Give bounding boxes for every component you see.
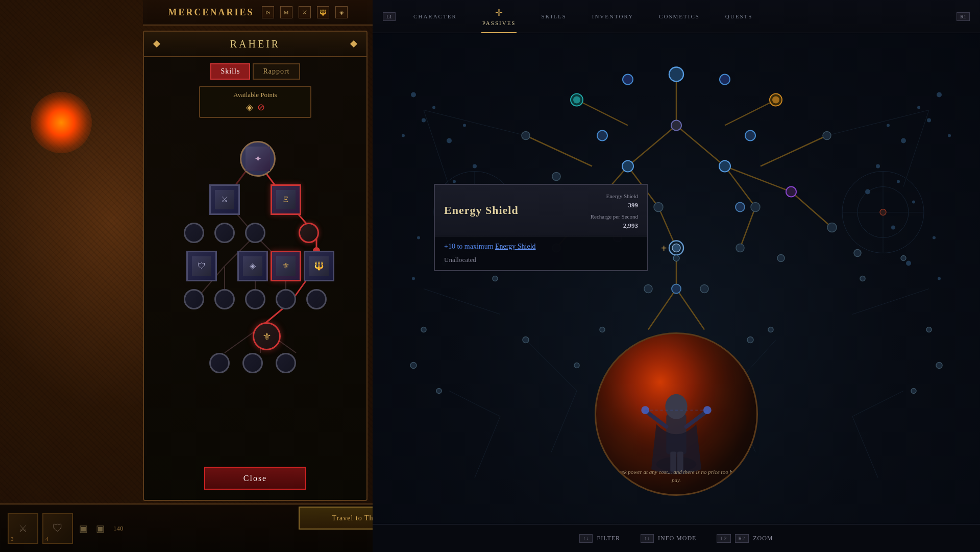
hotkey-4-icon: 🛡 <box>53 522 63 534</box>
skill-node-r5-5[interactable] <box>306 289 327 309</box>
svg-point-137 <box>436 389 442 394</box>
svg-line-26 <box>740 207 755 248</box>
skill-node-r3-4[interactable] <box>299 223 319 243</box>
skill-node-top[interactable]: ✦ <box>240 141 276 177</box>
skill-inner-2: Ξ <box>276 190 296 209</box>
svg-point-78 <box>927 118 931 123</box>
hotkey-extra2[interactable]: ▣ <box>94 513 107 544</box>
svg-line-51 <box>903 110 929 187</box>
nav-item-quests-label: QUESTS <box>725 13 753 19</box>
merc-icon-3[interactable]: ◈ <box>335 6 348 18</box>
svg-point-82 <box>876 164 880 169</box>
tab-skills[interactable]: Skills <box>210 63 250 80</box>
svg-point-94 <box>720 75 730 85</box>
svg-point-62 <box>411 92 416 98</box>
tooltip-header: Energy Shield Energy Shield 399 Recharge… <box>435 185 647 236</box>
svg-point-109 <box>751 203 760 212</box>
bottom-nav-zoom[interactable]: L2 R2 ZOOM <box>717 534 773 543</box>
skill-node-r4-3[interactable]: ⚜ <box>271 251 301 281</box>
tooltip-stat2-val: 2,993 <box>623 222 638 229</box>
nav-item-quests[interactable]: QUESTS <box>713 0 766 33</box>
svg-line-60 <box>852 391 903 417</box>
points-remove-icon: ⊘ <box>257 102 265 113</box>
skill-node-r5-4[interactable] <box>276 289 296 309</box>
skill-node-top-inner: ✦ <box>246 147 270 171</box>
points-icon: ◈ <box>246 102 253 113</box>
passive-tree[interactable]: Energy Shield Energy Shield 399 Recharge… <box>373 33 980 524</box>
skill-node-r3-2[interactable] <box>214 223 235 243</box>
skill-node-r2-2[interactable]: Ξ <box>271 184 301 215</box>
zoom-badge2: R2 <box>735 534 749 543</box>
tab-rapport[interactable]: Rapport <box>253 63 300 80</box>
hotkey-4-number: 4 <box>45 536 48 542</box>
merc-icon-2[interactable]: 🔱 <box>317 6 329 18</box>
bottom-nav-info[interactable]: ↑↓ INFO MODE <box>641 534 696 543</box>
mercenaries-title: MERCENARIES <box>168 7 254 18</box>
fire-glow <box>31 92 92 153</box>
svg-point-77 <box>917 106 920 109</box>
skill-node-r5-3[interactable] <box>245 289 265 309</box>
nav-item-cosmetics[interactable]: COSMETICS <box>646 0 713 33</box>
hotkey-slot-4[interactable]: 🛡 4 <box>42 513 73 544</box>
svg-point-138 <box>926 327 932 332</box>
svg-line-48 <box>424 110 526 136</box>
svg-point-126 <box>880 209 886 215</box>
filter-label: FILTER <box>597 535 620 542</box>
svg-point-87 <box>933 236 936 239</box>
svg-point-103 <box>823 132 831 140</box>
hotkey-slot-3[interactable]: ⚔ 3 <box>8 513 38 544</box>
nav-item-inventory[interactable]: INVENTORY <box>579 0 646 33</box>
hotkey-extra[interactable]: ▣ <box>77 513 90 544</box>
available-points-label: Available Points <box>208 91 303 99</box>
bottom-nav-filter[interactable]: ↑↓ FILTER <box>579 534 620 543</box>
merc-icon-1[interactable]: ⚔ <box>299 6 311 18</box>
svg-line-34 <box>761 136 827 166</box>
svg-line-19 <box>676 126 725 166</box>
svg-line-59 <box>475 417 500 478</box>
svg-point-107 <box>654 203 663 212</box>
nav-item-character[interactable]: CHARACTER <box>401 0 470 33</box>
tooltip-bonus-link[interactable]: Energy Shield <box>495 243 535 250</box>
skill-node-r5-2[interactable] <box>214 289 235 309</box>
bottom-bar: ⚔ 3 🛡 4 ▣ ▣ 140 Travel to The Den <box>0 503 373 552</box>
skill-node-r7-1[interactable] <box>209 353 230 373</box>
skill-node-r2-1[interactable]: ⚔ <box>209 184 240 215</box>
skill-node-r3-3[interactable] <box>245 223 265 243</box>
nav-item-passives-label: PASSIVES <box>482 20 516 26</box>
skill-node-r4-4[interactable]: 🔱 <box>304 251 334 281</box>
skill-inner-r4-4: 🔱 <box>309 256 329 276</box>
svg-point-96 <box>772 97 779 104</box>
svg-point-101 <box>719 161 730 172</box>
svg-line-50 <box>827 110 929 136</box>
merc-panel: RAHEIR Skills Rapport Available Points ◈… <box>143 31 368 501</box>
node-plus-indicator: + <box>661 243 667 254</box>
close-button[interactable]: Close <box>204 467 306 490</box>
svg-line-27 <box>791 192 832 228</box>
skill-node-r7-2[interactable] <box>242 353 263 373</box>
svg-point-147 <box>641 406 649 414</box>
diamond-icon-left <box>153 40 160 47</box>
svg-point-108 <box>736 203 745 212</box>
skill-node-r5-1[interactable] <box>184 289 204 309</box>
svg-point-91 <box>573 97 580 104</box>
svg-point-63 <box>432 106 435 109</box>
svg-point-69 <box>453 180 456 183</box>
svg-point-122 <box>700 285 708 293</box>
skill-node-r7-3[interactable] <box>276 353 296 373</box>
svg-point-81 <box>887 124 890 127</box>
character-circle: You seek power at any cost... and there … <box>595 332 758 496</box>
svg-point-88 <box>906 261 911 266</box>
svg-line-30 <box>676 289 704 330</box>
travel-button[interactable]: Travel to The Den <box>299 507 373 530</box>
skill-node-r4-1[interactable]: 🛡 <box>186 251 217 281</box>
points-icons: ◈ ⊘ <box>208 102 303 113</box>
nav-item-passives[interactable]: ✛ PASSIVES <box>470 0 529 33</box>
svg-point-115 <box>672 244 680 252</box>
filter-badge: ↑↓ <box>579 534 593 543</box>
skill-node-r3-1[interactable] <box>184 223 204 243</box>
skill-node-final[interactable]: ⚜ <box>253 322 281 350</box>
nav-item-skills[interactable]: SKILLS <box>528 0 579 33</box>
skill-node-r4-2[interactable]: ◈ <box>237 251 268 281</box>
tooltip-stats: Energy Shield 399 Recharge per Second 2,… <box>591 191 638 230</box>
svg-line-52 <box>424 289 500 315</box>
